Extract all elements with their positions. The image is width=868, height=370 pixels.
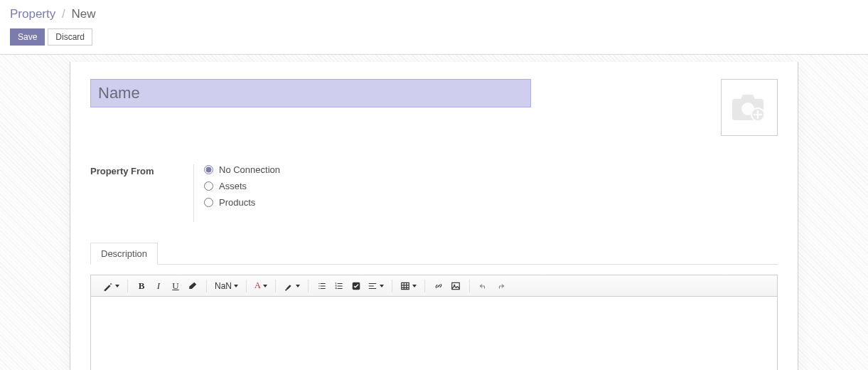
paragraph-dropdown[interactable] (365, 278, 386, 294)
radio-no-connection-input[interactable] (204, 165, 213, 174)
undo-button[interactable] (476, 278, 491, 294)
control-panel: Property / New Save Discard (0, 0, 868, 54)
remove-format-button[interactable] (185, 278, 200, 294)
editor-body[interactable] (91, 297, 777, 370)
ordered-list-button[interactable] (331, 278, 347, 294)
breadcrumb: Property / New (10, 7, 858, 21)
radio-no-connection[interactable]: No Connection (204, 164, 280, 175)
undo-icon (478, 281, 488, 291)
radio-products-label: Products (219, 197, 255, 208)
table-dropdown[interactable] (398, 278, 419, 294)
form-background: Property From No Connection Assets Produ… (0, 55, 868, 370)
tab-description[interactable]: Description (90, 243, 158, 265)
breadcrumb-root[interactable]: Property (10, 7, 55, 21)
font-family-dropdown[interactable]: A (252, 278, 269, 294)
checklist-button[interactable] (348, 278, 364, 294)
brush-icon (284, 281, 294, 291)
picture-button[interactable] (448, 278, 464, 294)
camera-add-icon (731, 92, 768, 123)
magic-icon (103, 281, 113, 291)
unordered-list-button[interactable] (314, 278, 330, 294)
breadcrumb-current: New (71, 7, 95, 21)
property-from-options: No Connection Assets Products (193, 164, 280, 222)
redo-icon (495, 281, 505, 291)
radio-products[interactable]: Products (204, 197, 280, 208)
breadcrumb-separator: / (62, 7, 65, 21)
editor-toolbar: B I U NaN A (91, 275, 777, 297)
align-icon (368, 281, 377, 291)
style-dropdown[interactable] (101, 278, 122, 294)
redo-button[interactable] (493, 278, 508, 294)
radio-assets-input[interactable] (204, 181, 213, 191)
save-button[interactable]: Save (10, 28, 45, 46)
link-button[interactable] (431, 278, 446, 294)
property-from-label: Property From (90, 164, 193, 222)
image-upload[interactable] (721, 79, 778, 136)
radio-assets-label: Assets (219, 181, 247, 191)
eraser-icon (188, 281, 198, 291)
checklist-icon (351, 281, 361, 291)
form-sheet: Property From No Connection Assets Produ… (70, 62, 798, 370)
action-buttons: Save Discard (10, 28, 858, 46)
radio-assets[interactable]: Assets (204, 181, 280, 191)
link-icon (434, 281, 444, 291)
italic-button[interactable]: I (151, 278, 166, 294)
discard-button[interactable]: Discard (48, 28, 92, 46)
font-size-dropdown[interactable]: NaN (213, 278, 240, 294)
color-dropdown[interactable] (282, 278, 302, 294)
name-input[interactable] (90, 79, 531, 107)
radio-no-connection-label: No Connection (219, 164, 280, 175)
bullet-list-icon (317, 281, 327, 291)
font-size-value: NaN (215, 281, 232, 291)
number-list-icon (334, 281, 344, 291)
underline-button[interactable]: U (168, 278, 183, 294)
font-family-value: A (254, 280, 261, 291)
rich-text-editor: B I U NaN A (90, 275, 778, 370)
tabs: Description (90, 242, 778, 265)
radio-products-input[interactable] (204, 198, 213, 207)
bold-button[interactable]: B (134, 278, 149, 294)
table-icon (400, 281, 410, 291)
image-icon (451, 281, 461, 291)
svg-rect-3 (451, 282, 459, 289)
